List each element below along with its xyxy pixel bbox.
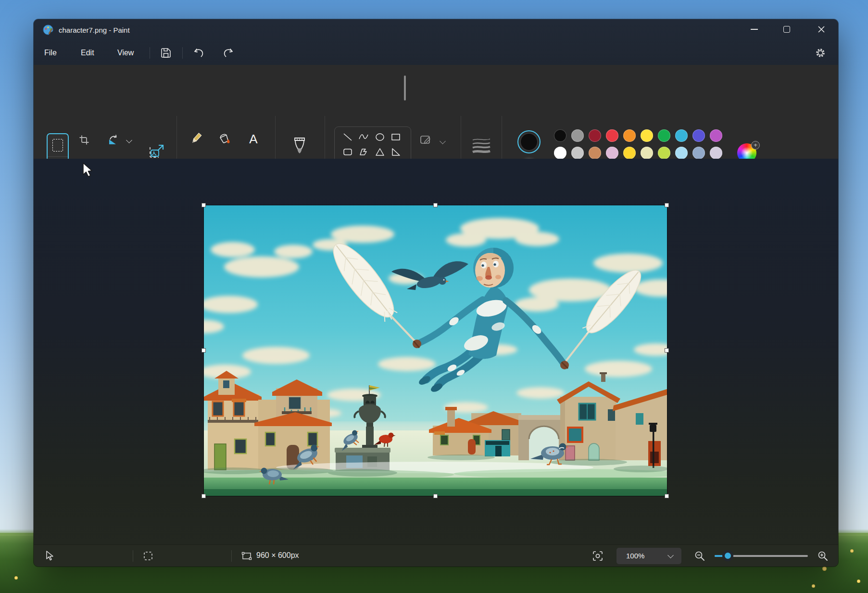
close-button[interactable] xyxy=(810,19,832,39)
color-swatch[interactable] xyxy=(554,129,566,142)
color-swatch[interactable] xyxy=(571,147,584,159)
color-swatch[interactable] xyxy=(710,147,722,159)
paint-window: character7.png - Paint File Edit View xyxy=(34,19,838,567)
wallpaper-flower xyxy=(857,580,860,583)
color-swatch[interactable] xyxy=(675,129,688,142)
gear-icon xyxy=(815,47,826,59)
shape-rectangle-icon[interactable] xyxy=(390,131,402,143)
toolbar-separator xyxy=(150,47,150,59)
selection-handle-e[interactable] xyxy=(665,348,669,353)
selection-handle-nw[interactable] xyxy=(201,203,206,207)
canvas-size-value: 960 × 600px xyxy=(256,545,299,567)
selection-handle-n[interactable] xyxy=(433,203,438,207)
fill-bucket-icon xyxy=(218,132,231,145)
toolbar-separator xyxy=(182,47,183,59)
crop-button[interactable] xyxy=(76,132,92,148)
color-swatch[interactable] xyxy=(692,147,705,159)
menu-view[interactable]: View xyxy=(111,45,140,61)
pencil-tool[interactable] xyxy=(189,131,204,146)
minimize-icon xyxy=(751,29,758,30)
shape-outline-icon xyxy=(419,133,432,147)
wallpaper-flower xyxy=(822,567,827,571)
redo-icon xyxy=(222,47,235,59)
shape-polygon-icon[interactable] xyxy=(358,146,369,158)
wallpaper-flower xyxy=(850,549,854,553)
menu-edit[interactable]: Edit xyxy=(74,45,101,61)
color-swatch[interactable] xyxy=(658,147,670,159)
selection-handle-s[interactable] xyxy=(433,494,438,498)
color-swatch[interactable] xyxy=(606,147,618,159)
chevron-down-icon xyxy=(126,137,132,143)
canvas-area[interactable] xyxy=(34,159,838,544)
shape-outline-button[interactable] xyxy=(418,133,433,147)
save-button[interactable] xyxy=(158,45,174,61)
shapes-scrollbar[interactable] xyxy=(404,76,406,101)
rotate-dropdown[interactable] xyxy=(124,135,134,145)
pencil-icon xyxy=(189,132,203,145)
color-swatch[interactable] xyxy=(606,129,618,142)
undo-button[interactable] xyxy=(190,45,207,61)
selection-handle-sw[interactable] xyxy=(201,494,206,498)
canvas-image[interactable] xyxy=(204,205,667,496)
color-swatch[interactable] xyxy=(710,129,722,142)
color-swatch[interactable] xyxy=(589,129,601,142)
shape-outline-dropdown[interactable] xyxy=(438,136,447,146)
shape-oval-icon[interactable] xyxy=(374,131,386,143)
close-icon xyxy=(818,25,825,33)
rotate-icon xyxy=(107,134,120,146)
rotate-button[interactable] xyxy=(106,132,121,148)
minimize-button[interactable] xyxy=(743,19,765,39)
artwork-illustration xyxy=(204,205,667,496)
color1-swatch[interactable] xyxy=(517,130,541,153)
maximize-button[interactable] xyxy=(776,19,798,39)
selection-handle-w[interactable] xyxy=(201,348,206,353)
color-swatch[interactable] xyxy=(623,129,636,142)
text-tool[interactable]: A xyxy=(245,131,262,147)
selection-handle-ne[interactable] xyxy=(665,203,669,207)
magnifier-minus-icon xyxy=(694,550,705,562)
color-swatch[interactable] xyxy=(692,129,705,142)
color-swatch[interactable] xyxy=(571,129,584,142)
zoom-level-value: 100% xyxy=(626,548,644,564)
shape-curve-icon[interactable] xyxy=(358,131,369,143)
chevron-down-icon xyxy=(440,138,446,144)
color-swatch[interactable] xyxy=(658,129,670,142)
chevron-down-icon xyxy=(667,552,674,558)
maximize-icon xyxy=(783,26,790,33)
zoom-slider-thumb[interactable] xyxy=(722,550,733,561)
zoom-out-button[interactable] xyxy=(692,549,707,563)
color-swatch[interactable] xyxy=(554,147,566,159)
undo-icon xyxy=(192,47,205,59)
selection-size-icon xyxy=(143,551,153,561)
color-swatch[interactable] xyxy=(675,147,688,159)
shape-line-icon[interactable] xyxy=(342,131,353,143)
shape-triangle-icon[interactable] xyxy=(374,146,386,158)
color1-current xyxy=(520,133,538,151)
color-swatch[interactable] xyxy=(623,147,636,159)
size-button[interactable] xyxy=(470,135,492,154)
cursor-position-icon xyxy=(44,550,55,562)
magnifier-plus-icon xyxy=(817,550,829,562)
selection-handle-se[interactable] xyxy=(665,494,669,498)
title-bar: character7.png - Paint File Edit View xyxy=(34,19,838,65)
settings-button[interactable] xyxy=(812,45,829,61)
resize-image-button[interactable] xyxy=(147,142,166,161)
zoom-in-button[interactable] xyxy=(816,549,830,563)
redo-button[interactable] xyxy=(220,45,237,61)
color-swatch[interactable] xyxy=(641,129,653,142)
rectangular-select-icon[interactable] xyxy=(48,134,68,157)
brushes-button[interactable] xyxy=(290,136,309,157)
shape-right-triangle-icon[interactable] xyxy=(390,146,402,158)
line-thickness-icon xyxy=(471,135,492,154)
text-tool-icon: A xyxy=(249,132,257,146)
shape-rounded-rectangle-icon[interactable] xyxy=(342,146,353,158)
zoom-level-dropdown[interactable]: 100% xyxy=(616,548,681,564)
menu-file[interactable]: File xyxy=(38,45,63,61)
fill-tool[interactable] xyxy=(217,131,232,146)
canvas-size-icon xyxy=(241,551,252,561)
color-swatch[interactable] xyxy=(641,147,653,159)
color-swatch[interactable] xyxy=(589,147,601,159)
zoom-to-fit-button[interactable] xyxy=(590,549,606,563)
add-color-icon: + xyxy=(751,141,760,150)
brush-icon xyxy=(291,136,308,157)
